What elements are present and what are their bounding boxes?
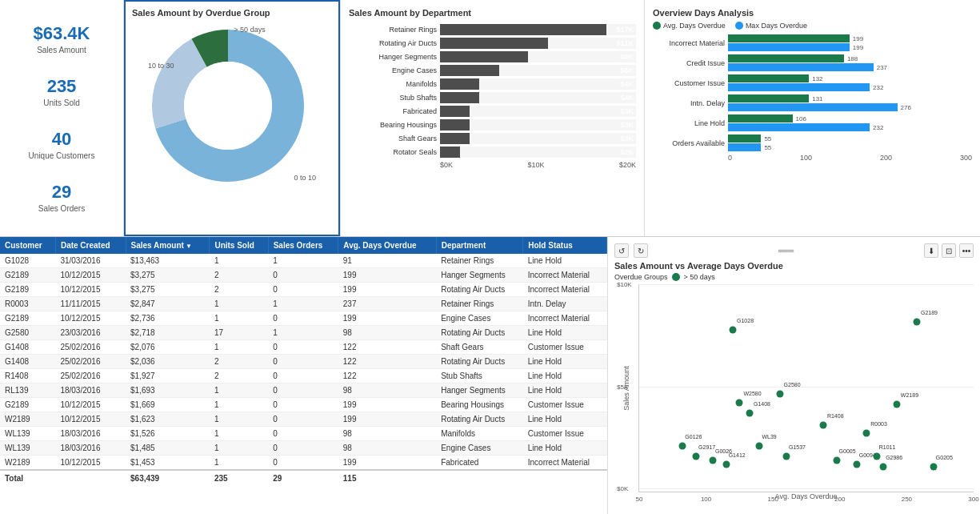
days-max-bar [728, 143, 761, 151]
table-cell: 237 [338, 297, 436, 311]
dept-bar-track: $17K [440, 24, 636, 35]
days-max-num: 276 [901, 104, 911, 111]
scatter-dot-label: W2580 [743, 390, 761, 396]
table-cell: Customer Issue [523, 398, 607, 412]
col-dept[interactable]: Department [436, 237, 523, 254]
table-row[interactable]: G102831/03/2016$13,4631191Retainer Rings… [0, 254, 607, 268]
units-sold-value: 235 [8, 76, 115, 97]
table-cell: $2,847 [126, 297, 210, 311]
table-footer-cell: 115 [338, 470, 436, 486]
dept-bar-fill: $4K [440, 78, 479, 90]
table-cell: 199 [338, 268, 436, 283]
table-row[interactable]: G218910/12/2015$3,27520199Hanger Segment… [0, 268, 607, 283]
days-legend: Avg. Days Overdue Max Days Overdue [653, 22, 972, 30]
table-cell: 122 [338, 369, 436, 383]
dept-bar-track: $9K [440, 51, 636, 62]
table-cell: Rotating Air Ducts [436, 412, 523, 427]
table-cell: W2189 [0, 412, 55, 427]
donut-chart-panel: Sales Amount by Overdue Group > 50 days … [124, 0, 340, 236]
table-cell: G1028 [0, 254, 55, 268]
col-date[interactable]: Date Created [55, 237, 126, 254]
table-cell: $2,736 [126, 311, 210, 326]
x-tick-label: 50 [636, 496, 643, 503]
table-cell: $1,453 [126, 456, 210, 471]
more-options-button[interactable]: ••• [959, 243, 974, 258]
navigate-back-button[interactable]: ↺ [614, 243, 629, 258]
scatter-dot [693, 452, 700, 460]
table-cell: Shaft Gears [436, 340, 523, 355]
dept-bar-row: Stub Shafts $4K [349, 92, 636, 103]
dept-bar-value: $3K [620, 135, 634, 143]
col-customer[interactable]: Customer [0, 237, 55, 254]
table-footer-cell [523, 470, 607, 486]
table-cell: R1408 [0, 369, 55, 383]
table-row[interactable]: G218910/12/2015$2,73610199Engine CasesIn… [0, 311, 607, 326]
days-bars-container: 55 55 [728, 135, 972, 151]
days-avg-num: 132 [812, 75, 822, 82]
table-row[interactable]: G140825/02/2016$2,07610122Shaft GearsCus… [0, 340, 607, 355]
table-cell: 2 [210, 355, 268, 369]
download-button[interactable]: ⬇ [924, 243, 938, 258]
sales-amount-label: Sales Amount [8, 46, 115, 54]
days-max-num: 232 [873, 124, 883, 131]
x-tick-label: 250 [902, 496, 912, 503]
table-row[interactable]: WL13918/03/2016$1,5261098ManifoldsCustom… [0, 427, 607, 441]
table-row[interactable]: W218910/12/2015$1,45310199FabricatedInco… [0, 456, 607, 471]
table-row[interactable]: G218910/12/2015$1,66910199Bearing Housin… [0, 398, 607, 412]
table-cell: 1 [210, 441, 268, 456]
x-tick-label: 300 [968, 496, 978, 503]
scatter-dot-label: G1408 [754, 400, 770, 406]
table-row[interactable]: G218910/12/2015$3,27520199Rotating Air D… [0, 283, 607, 297]
col-avg-days[interactable]: Avg. Days Overdue [338, 237, 436, 254]
table-cell: 199 [338, 456, 436, 471]
table-cell: 1 [210, 427, 268, 441]
dept-bar-label: Retainer Rings [349, 26, 437, 34]
table-cell: RL139 [0, 383, 55, 398]
table-cell: Line Hold [523, 355, 607, 369]
legend-avg: Avg. Days Overdue [653, 22, 726, 30]
dept-bar-fill: $11K [440, 38, 548, 49]
table-cell: Customer Issue [523, 427, 607, 441]
table-cell: $1,623 [126, 412, 210, 427]
scatter-dot [863, 430, 870, 437]
x-axis-label: Avg. Days Overdue [614, 492, 974, 500]
table-cell: Line Hold [523, 369, 607, 383]
scatter-dot-label: G2580 [784, 382, 801, 388]
table-cell: Incorrect Material [523, 283, 607, 297]
table-scroll[interactable]: Customer Date Created Sales Amount Units… [0, 237, 607, 493]
col-units[interactable]: Units Sold [210, 237, 268, 254]
table-cell: G2189 [0, 283, 55, 297]
days-avg-num: 188 [847, 55, 858, 62]
expand-button[interactable]: ⊡ [942, 243, 956, 258]
scatter-dot-label: G0005 [839, 448, 856, 454]
table-cell: Hanger Segments [436, 383, 523, 398]
table-row[interactable]: WL13918/03/2016$1,4851098Engine CasesLin… [0, 441, 607, 456]
table-row[interactable]: RL13918/03/2016$1,6931098Hanger Segments… [0, 383, 607, 398]
dept-bar-label: Engine Cases [349, 66, 437, 74]
table-cell: $2,718 [126, 326, 210, 340]
col-orders[interactable]: Sales Orders [268, 237, 338, 254]
y-gridline [639, 284, 974, 285]
table-panel[interactable]: Customer Date Created Sales Amount Units… [0, 237, 608, 514]
table-row[interactable]: G140825/02/2016$2,03620122Rotating Air D… [0, 355, 607, 369]
table-cell: 25/02/2016 [55, 355, 126, 369]
table-cell: Rotating Air Ducts [436, 283, 523, 297]
table-row[interactable]: R000311/11/2015$2,84711237Retainer Rings… [0, 297, 607, 311]
scatter-dot-label: G2189 [921, 309, 938, 315]
table-cell: Customer Issue [523, 340, 607, 355]
col-hold[interactable]: Hold Status [523, 237, 607, 254]
table-row[interactable]: R140825/02/2016$1,92720122Stub ShaftsLin… [0, 369, 607, 383]
col-sales[interactable]: Sales Amount [126, 237, 210, 254]
days-bar-row: Intn. Delay 131 276 [653, 94, 972, 111]
table-cell: 10/12/2015 [55, 456, 126, 471]
table-cell: 98 [338, 326, 436, 340]
y-gridline [639, 488, 974, 489]
navigate-forward-button[interactable]: ↻ [634, 243, 648, 258]
dept-bar-value: $4K [620, 80, 634, 88]
dept-bar-row: Manifolds $4K [349, 78, 636, 90]
table-row[interactable]: W218910/12/2015$1,62310199Rotating Air D… [0, 412, 607, 427]
dept-bar-value: $4K [620, 94, 634, 102]
scatter-dot [679, 443, 686, 450]
table-row[interactable]: G258023/03/2016$2,71817198Rotating Air D… [0, 326, 607, 340]
data-table: Customer Date Created Sales Amount Units… [0, 237, 607, 486]
